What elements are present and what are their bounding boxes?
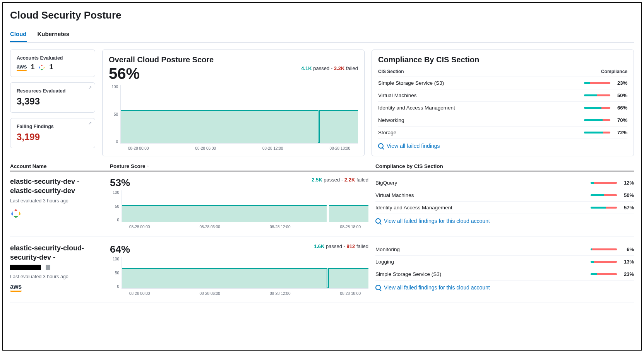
cis-row[interactable]: Identity and Access Management57% (375, 202, 634, 214)
aws-icon: aws (10, 283, 22, 292)
gcp-count: 1 (49, 63, 53, 71)
account-row: elastic-security-dev - elastic-security-… (10, 177, 634, 236)
aws-icon: aws (17, 63, 27, 71)
view-all-failed-account-link[interactable]: View all failed findings for this cloud … (375, 218, 634, 224)
cis-row[interactable]: Monitoring6% (375, 243, 634, 256)
account-score: 53% (110, 177, 130, 189)
resources-evaluated-card[interactable]: Resources Evaluated 3,393 (10, 82, 95, 113)
account-row: elastic-security-cloud-security-dev - La… (10, 243, 634, 303)
account-chart: 100500 08-28 00:0008-28 06:0008-28 12:00… (110, 190, 368, 229)
cis-row[interactable]: Storage72% (378, 127, 627, 139)
cis-col-compliance: Compliance (601, 69, 627, 74)
cis-row[interactable]: Virtual Machines50% (375, 189, 634, 202)
search-icon (375, 218, 381, 224)
search-icon (375, 285, 381, 290)
page-title: Cloud Security Posture (10, 9, 634, 21)
col-compliance[interactable]: Compliance by CIS Section (375, 163, 634, 169)
account-evaluated-time: Last evaluated 3 hours ago (10, 198, 103, 204)
resources-evaluated-value: 3,393 (17, 96, 89, 107)
col-account-name[interactable]: Account Name (10, 163, 103, 169)
failing-findings-value: 3,199 (17, 132, 89, 142)
failing-findings-title: Failing Findings (17, 124, 89, 129)
aws-count: 1 (31, 63, 34, 71)
overall-score-card: Overall Cloud Posture Score 56% 4.1K pas… (102, 50, 365, 156)
account-passfail: 1.6K passed - 912 failed (314, 243, 368, 249)
failing-findings-card[interactable]: Failing Findings 3,199 (10, 118, 95, 148)
redacted-text (10, 265, 41, 270)
sort-asc-icon: ↑ (147, 164, 149, 169)
cis-col-section: CIS Section (378, 69, 404, 74)
overall-chart: 100500 08-28 00:0008-28 06:0008-28 12:00… (109, 85, 358, 151)
account-name[interactable]: elastic-security-cloud-security-dev - (10, 243, 103, 262)
gcp-icon (38, 64, 45, 71)
account-passfail: 2.5K passed - 2.2K failed (312, 177, 368, 183)
compliance-card: Compliance By CIS Section CIS Section Co… (372, 50, 634, 156)
cis-row[interactable]: Virtual Machines50% (378, 89, 627, 102)
compliance-title: Compliance By CIS Section (378, 55, 627, 64)
accounts-evaluated-card: Accounts Evaluated aws 1 1 (10, 50, 95, 77)
tab-cloud[interactable]: Cloud (10, 27, 27, 42)
cis-row[interactable]: BigQuery12% (375, 177, 634, 189)
cis-row[interactable]: Logging13% (375, 256, 634, 268)
cis-row[interactable]: Simple Storage Service (S3)23% (378, 77, 627, 89)
account-score: 64% (110, 243, 130, 255)
account-chart: 100500 08-28 00:0008-28 06:0008-28 12:00… (110, 257, 368, 296)
accounts-evaluated-title: Accounts Evaluated (17, 55, 89, 61)
account-name[interactable]: elastic-security-dev - elastic-security-… (10, 177, 103, 196)
search-icon (378, 143, 384, 149)
cis-row[interactable]: Identity and Access Management66% (378, 102, 627, 114)
view-all-failed-account-link[interactable]: View all failed findings for this cloud … (375, 284, 634, 291)
overall-score-value: 56% (109, 65, 214, 82)
overall-passfail: 4.1K passed - 3.2K failed (301, 65, 358, 71)
cis-row[interactable]: Networking70% (378, 114, 627, 127)
tab-kubernetes[interactable]: Kubernetes (38, 27, 70, 42)
account-evaluated-time: Last evaluated 3 hours ago (10, 274, 103, 279)
view-all-failed-link[interactable]: View all failed findings (378, 143, 627, 149)
tabs: Cloud Kubernetes (10, 27, 634, 43)
col-posture-score[interactable]: Posture Score↑ (110, 163, 368, 169)
redacted-text (46, 265, 50, 270)
gcp-icon (10, 207, 22, 219)
resources-evaluated-title: Resources Evaluated (17, 88, 89, 94)
cis-row[interactable]: Simple Storage Service (S3)23% (375, 268, 634, 281)
overall-title: Overall Cloud Posture Score (109, 55, 214, 64)
